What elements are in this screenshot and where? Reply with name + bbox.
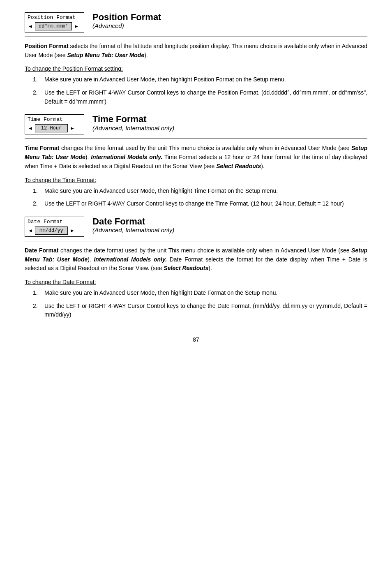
date-steps: 1. Make sure you are in Advanced User Mo… — [25, 289, 367, 319]
position-steps: 1. Make sure you are in Advanced User Mo… — [25, 75, 367, 106]
time-format-widget: Time Format ◄ 12-Hour ► — [25, 114, 84, 134]
time-subtitle: (Advanced, International only) — [92, 125, 367, 132]
date-title: Date Format — [92, 217, 367, 227]
time-title-area: Time Format (Advanced, International onl… — [92, 114, 367, 131]
date-left-arrow[interactable]: ◄ — [28, 228, 33, 234]
widget-control-position: ◄ dd°mm.mmm' ► — [28, 22, 81, 30]
date-step-2: 2. Use the LEFT or RIGHT 4-WAY Cursor Co… — [25, 302, 367, 319]
position-format-widget: Position Format ◄ dd°mm.mmm' ► — [25, 12, 84, 32]
widget-control-date: ◄ mm/dd/yy ► — [28, 227, 81, 235]
page-content: Position Format ◄ dd°mm.mmm' ► Position … — [0, 0, 392, 359]
time-step-1: 1. Make sure you are in Advanced User Mo… — [25, 187, 367, 196]
date-step-1: 1. Make sure you are in Advanced User Mo… — [25, 289, 367, 298]
position-right-arrow[interactable]: ► — [74, 23, 79, 29]
position-divider — [25, 37, 367, 37]
page-number: 87 — [193, 336, 199, 343]
time-divider — [25, 139, 367, 139]
section-time-format: Time Format ◄ 12-Hour ► Time Format (Adv… — [25, 114, 367, 208]
time-change-heading: To change the Time Format: — [25, 177, 367, 183]
widget-label-position: Position Format — [28, 14, 81, 21]
date-change-heading: To change the Date Format: — [25, 279, 367, 285]
section-date-format: Date Format ◄ mm/dd/yy ► Date Format (Ad… — [25, 217, 367, 319]
section-header-time: Time Format ◄ 12-Hour ► Time Format (Adv… — [25, 114, 367, 134]
section-header-date: Date Format ◄ mm/dd/yy ► Date Format (Ad… — [25, 217, 367, 237]
widget-label-date: Date Format — [28, 219, 81, 225]
position-left-arrow[interactable]: ◄ — [28, 23, 33, 29]
date-divider — [25, 241, 367, 241]
date-value: mm/dd/yy — [35, 227, 68, 235]
section-position-format: Position Format ◄ dd°mm.mmm' ► Position … — [25, 12, 367, 106]
time-right-arrow[interactable]: ► — [69, 125, 75, 131]
date-body: Date Format changes the date format used… — [25, 246, 367, 273]
date-subtitle: (Advanced, International only) — [92, 227, 367, 234]
time-body: Time Format changes the time format used… — [25, 144, 367, 171]
date-title-area: Date Format (Advanced, International onl… — [92, 217, 367, 234]
page-footer: 87 — [25, 332, 367, 343]
position-title: Position Format — [92, 12, 367, 22]
position-title-area: Position Format (Advanced) — [92, 12, 367, 29]
position-step-2: 2. Use the LEFT or RIGHT 4-WAY Cursor Co… — [25, 88, 367, 106]
widget-label-time: Time Format — [28, 116, 81, 123]
date-format-widget: Date Format ◄ mm/dd/yy ► — [25, 217, 84, 237]
position-step-1: 1. Make sure you are in Advanced User Mo… — [25, 75, 367, 84]
position-value: dd°mm.mmm' — [35, 22, 72, 30]
position-subtitle: (Advanced) — [92, 22, 367, 29]
section-header-position: Position Format ◄ dd°mm.mmm' ► Position … — [25, 12, 367, 32]
position-body: Position Format selects the format of th… — [25, 42, 367, 60]
time-left-arrow[interactable]: ◄ — [28, 125, 33, 131]
time-title: Time Format — [92, 114, 367, 124]
time-value: 12-Hour — [35, 124, 68, 132]
date-right-arrow[interactable]: ► — [69, 228, 75, 234]
time-step-2: 2. Use the LEFT or RIGHT 4-WAY Cursor Co… — [25, 199, 367, 208]
time-steps: 1. Make sure you are in Advanced User Mo… — [25, 187, 367, 208]
widget-control-time: ◄ 12-Hour ► — [28, 124, 81, 132]
position-change-heading: To change the Position Format setting: — [25, 65, 367, 72]
